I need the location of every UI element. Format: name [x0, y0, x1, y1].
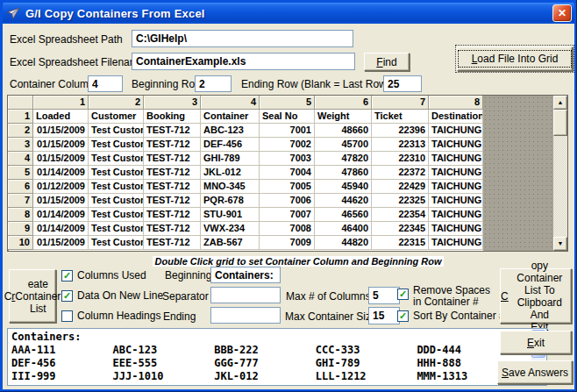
grid-scrollbar-thumb[interactable] [553, 110, 567, 136]
grid-cell[interactable]: 45700 [315, 138, 372, 152]
load-file-button[interactable]: Load File Into Grid [457, 46, 573, 71]
checkbox-icon[interactable]: ✓ [397, 310, 409, 322]
beginning-input[interactable] [210, 267, 281, 283]
grid-cell[interactable]: 22325 [372, 194, 429, 208]
grid-cell[interactable]: 7001 [260, 124, 315, 138]
grid-cell[interactable]: Test Customer [89, 180, 144, 194]
grid-header-cell[interactable]: Loaded [33, 110, 89, 124]
grid-cell[interactable]: 01/15/2009 [33, 138, 89, 152]
grid-cell[interactable]: TAICHUNG [429, 236, 483, 250]
grid-cell[interactable]: Test Customer [89, 152, 144, 166]
grid-cell[interactable]: Test Customer [89, 222, 144, 236]
grid-cell[interactable]: TEST-712 [144, 222, 201, 236]
grid-cell[interactable]: GHI-789 [201, 152, 260, 166]
grid-cell[interactable]: Test Customer [89, 138, 144, 152]
grid-col-header[interactable]: 4 [201, 96, 260, 110]
grid-row-header[interactable]: 4 [8, 152, 33, 166]
grid-cell[interactable]: 01/15/2009 [33, 194, 89, 208]
grid-corner-cell[interactable] [8, 96, 33, 110]
grid-cell[interactable]: 46400 [315, 222, 372, 236]
grid-cell[interactable]: MNO-345 [201, 180, 260, 194]
grid-cell[interactable]: 01/12/2009 [33, 180, 89, 194]
grid-col-header[interactable]: 2 [89, 96, 144, 110]
grid-col-header[interactable]: 6 [315, 96, 372, 110]
grid-cell[interactable]: 01/15/2009 [33, 124, 89, 138]
grid-header-cell[interactable]: Customer [89, 110, 144, 124]
grid-cell[interactable]: JKL-012 [201, 166, 260, 180]
find-button[interactable]: Find [364, 53, 410, 71]
path-input[interactable] [132, 30, 353, 47]
grid-cell[interactable]: TAICHUNG [429, 124, 483, 138]
grid-row-header[interactable]: 3 [8, 138, 33, 152]
grid-cell[interactable]: TAICHUNG [429, 222, 483, 236]
grid-cell[interactable]: 22313 [372, 138, 429, 152]
grid-cell[interactable]: TEST-712 [144, 124, 201, 138]
grid-cell[interactable]: 01/14/2009 [33, 222, 89, 236]
grid-cell[interactable]: 01/15/2009 [33, 236, 89, 250]
grid-cell[interactable]: 7005 [260, 180, 315, 194]
grid-col-header[interactable]: 1 [33, 96, 89, 110]
grid-cell[interactable]: TEST-712 [144, 138, 201, 152]
grid-scrollbar[interactable]: ▲ ▼ [553, 96, 567, 251]
grid-cell[interactable]: 7002 [260, 138, 315, 152]
columns-used-checkbox[interactable]: ✓Columns Used [61, 270, 146, 282]
grid-cell[interactable]: 44820 [315, 236, 372, 250]
grid-cell[interactable]: 48660 [315, 124, 372, 138]
grid-cell[interactable]: 45940 [315, 180, 372, 194]
column-headings-checkbox[interactable]: Column Headings [61, 310, 160, 322]
grid-cell[interactable]: TEST-712 [144, 236, 201, 250]
grid-cell[interactable]: 46560 [315, 208, 372, 222]
grid-cell[interactable]: Test Customer [89, 166, 144, 180]
create-container-list-button[interactable]: CreateContainerList [9, 269, 56, 323]
grid-cell[interactable]: STU-901 [201, 208, 260, 222]
grid-row-header[interactable]: 5 [8, 166, 33, 180]
grid-cell[interactable]: 01/14/2009 [33, 208, 89, 222]
scroll-down-icon[interactable]: ▼ [553, 237, 567, 251]
spreadsheet-grid[interactable]: 123456781LoadedCustomerBookingContainerS… [7, 95, 568, 252]
grid-header-cell[interactable]: Destination [429, 110, 483, 124]
beginning-row-input[interactable] [195, 75, 232, 92]
checkbox-icon[interactable]: ✓ [61, 290, 73, 302]
grid-cell[interactable]: 22345 [372, 222, 429, 236]
grid-cell[interactable]: ZAB-567 [201, 236, 260, 250]
checkbox-icon[interactable]: ✓ [61, 270, 73, 282]
close-button[interactable]: ✕ [552, 4, 572, 22]
grid-row-header[interactable]: 7 [8, 194, 33, 208]
ending-row-input[interactable] [383, 75, 422, 92]
grid-row-header[interactable]: 2 [8, 124, 33, 138]
grid-cell[interactable]: 22396 [372, 124, 429, 138]
grid-cell[interactable]: PQR-678 [201, 194, 260, 208]
grid-col-header[interactable]: 8 [429, 96, 483, 110]
exit-button[interactable]: Exit [500, 331, 572, 354]
save-answers-button[interactable]: Save Answers [497, 360, 573, 384]
grid-cell[interactable]: DEF-456 [201, 138, 260, 152]
grid-cell[interactable]: 44620 [315, 194, 372, 208]
grid-header-cell[interactable]: Seal No [260, 110, 315, 124]
grid-col-header[interactable]: 7 [372, 96, 429, 110]
scroll-up-icon[interactable]: ▲ [553, 96, 567, 110]
grid-cell[interactable]: 22429 [372, 180, 429, 194]
grid-cell[interactable]: 47820 [315, 152, 372, 166]
grid-cell[interactable]: Test Customer [89, 124, 144, 138]
grid-cell[interactable]: 7007 [260, 208, 315, 222]
grid-col-header[interactable]: 3 [144, 96, 201, 110]
grid-cell[interactable]: Test Customer [89, 194, 144, 208]
separator-input[interactable] [210, 287, 281, 303]
max-container-size-input[interactable] [368, 307, 400, 324]
grid-cell[interactable]: 7008 [260, 222, 315, 236]
grid-cell[interactable]: 22372 [372, 166, 429, 180]
max-columns-input[interactable] [368, 287, 400, 304]
grid-cell[interactable]: 22310 [372, 152, 429, 166]
grid-cell[interactable]: TAICHUNG [429, 180, 483, 194]
grid-cell[interactable]: TAICHUNG [429, 194, 483, 208]
grid-cell[interactable]: TAICHUNG [429, 208, 483, 222]
grid-cell[interactable]: TEST-712 [144, 208, 201, 222]
grid-row-header[interactable]: 8 [8, 208, 33, 222]
grid-header-cell[interactable]: Booking [144, 110, 201, 124]
grid-cell[interactable]: TEST-712 [144, 152, 201, 166]
grid-cell[interactable]: 7003 [260, 152, 315, 166]
checkbox-icon[interactable]: ✓ [397, 289, 409, 300]
grid-header-cell[interactable]: Container [201, 110, 260, 124]
grid-row-header[interactable]: 6 [8, 180, 33, 194]
grid-cell[interactable]: TAICHUNG [429, 166, 483, 180]
